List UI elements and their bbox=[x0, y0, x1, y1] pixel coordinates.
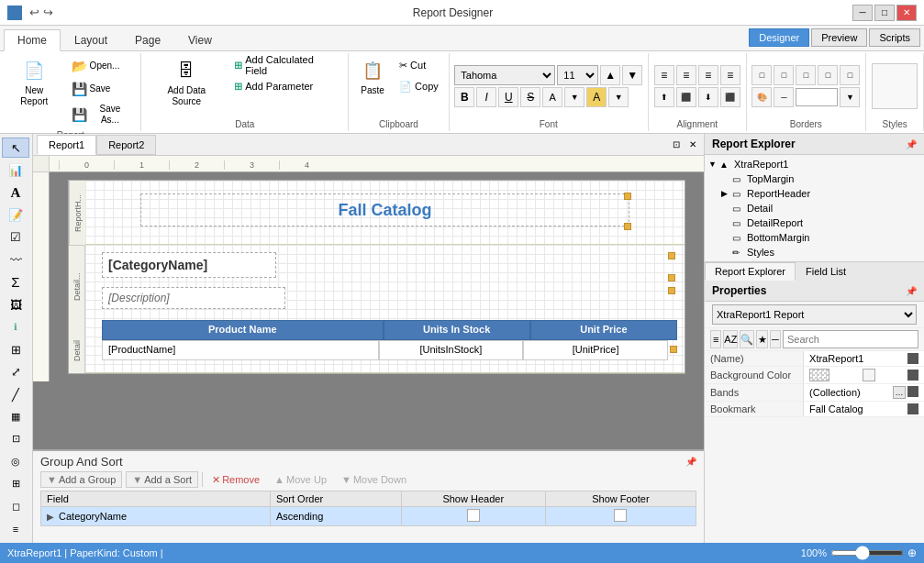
border-btn-2[interactable]: □ bbox=[774, 65, 794, 85]
increase-font-btn[interactable]: ▲ bbox=[600, 65, 620, 85]
prop-filter-btn[interactable]: 🔍 bbox=[740, 330, 754, 348]
border-style-btn[interactable]: ─ bbox=[774, 87, 794, 107]
align-center-btn[interactable]: ≡ bbox=[676, 65, 696, 85]
prop-fav-btn[interactable]: ★ bbox=[756, 330, 767, 348]
copy-button[interactable]: 📄 Copy bbox=[395, 76, 443, 96]
add-calculated-field-button[interactable]: ⊞ Add Calculated Field bbox=[229, 55, 342, 75]
mode-preview[interactable]: Preview bbox=[811, 28, 867, 47]
save-button[interactable]: 💾 Save bbox=[67, 78, 136, 100]
tree-styles[interactable]: ✏ Styles bbox=[705, 245, 924, 259]
tab-layout[interactable]: Layout bbox=[61, 28, 121, 50]
paste-button[interactable]: 📋 Paste bbox=[354, 55, 391, 99]
prop-dash-btn[interactable]: ─ bbox=[770, 330, 781, 348]
table-tool[interactable]: ⊞ bbox=[2, 339, 29, 359]
underline-btn[interactable]: U bbox=[498, 87, 518, 107]
border-btn-5[interactable]: □ bbox=[840, 65, 860, 85]
open-button[interactable]: 📂 Open... bbox=[67, 55, 136, 77]
bold-btn[interactable]: B bbox=[454, 87, 474, 107]
tree-topmargin[interactable]: ▭ TopMargin bbox=[705, 171, 924, 186]
tree-xtrareport1[interactable]: ▼ ▲ XtraReport1 bbox=[705, 157, 924, 171]
panel-tab-field-list[interactable]: Field List bbox=[796, 262, 856, 281]
doc-tab-report1[interactable]: Report1 bbox=[37, 135, 96, 155]
sum-tool[interactable]: Σ bbox=[2, 272, 29, 293]
description-field[interactable]: [Description] bbox=[102, 287, 285, 309]
show-header-checkbox[interactable] bbox=[467, 509, 480, 522]
doc-float-btn[interactable]: ⊡ bbox=[669, 138, 684, 152]
close-btn[interactable]: ✕ bbox=[896, 5, 917, 21]
xtrareport1-expander[interactable]: ▼ bbox=[708, 160, 719, 169]
line-tool[interactable]: ╱ bbox=[2, 384, 29, 404]
add-sort-btn[interactable]: ▼ Add a Sort bbox=[126, 471, 198, 488]
select-tool[interactable]: ↖ bbox=[2, 138, 29, 158]
group-table-row[interactable]: ▶ CategoryName Ascending bbox=[41, 507, 696, 526]
prop-az-btn[interactable]: AZ bbox=[723, 330, 738, 348]
sparkline-tool[interactable]: 〰 bbox=[2, 249, 29, 270]
zoom-fit-icon[interactable]: ⊕ bbox=[907, 546, 917, 559]
font-name-select[interactable]: Tahoma bbox=[454, 65, 555, 85]
italic-btn[interactable]: I bbox=[476, 87, 496, 107]
new-report-button[interactable]: 📄 New Report bbox=[6, 55, 63, 110]
text-tool[interactable]: A bbox=[2, 182, 29, 203]
prop-bgcolor-checkbox[interactable] bbox=[863, 369, 875, 381]
toc-tool[interactable]: ≡ bbox=[2, 518, 29, 538]
undo-btn[interactable]: ↩ bbox=[29, 6, 39, 19]
cut-button[interactable]: ✂ Cut bbox=[395, 55, 443, 75]
tree-detailreport[interactable]: ▭ DetailReport bbox=[705, 215, 924, 230]
shape-tool[interactable]: ◻ bbox=[2, 496, 29, 516]
align-bottom-btn[interactable]: ⬇ bbox=[698, 87, 718, 107]
align-justify-btn[interactable]: ≡ bbox=[720, 65, 740, 85]
align-extra-btn[interactable]: ⬛ bbox=[720, 87, 740, 107]
prop-search-input[interactable] bbox=[783, 330, 918, 348]
border-width-btn[interactable]: ▼ bbox=[840, 87, 860, 107]
font-color-btn[interactable]: A bbox=[542, 87, 562, 107]
highlight-btn[interactable]: ▼ bbox=[564, 87, 584, 107]
doc-tab-report2[interactable]: Report2 bbox=[96, 135, 156, 155]
add-parameter-button[interactable]: ⊞ Add Parameter bbox=[229, 76, 342, 96]
chart-tool[interactable]: 📊 bbox=[2, 160, 29, 180]
checkbox-tool[interactable]: ☑ bbox=[2, 227, 29, 248]
show-footer-checkbox[interactable] bbox=[614, 509, 627, 522]
report-explorer-pin[interactable]: 📌 bbox=[906, 139, 917, 149]
border-btn-4[interactable]: □ bbox=[818, 65, 838, 85]
border-btn-3[interactable]: □ bbox=[796, 65, 816, 85]
minimize-btn[interactable]: ─ bbox=[852, 5, 873, 21]
align-left-btn[interactable]: ≡ bbox=[654, 65, 674, 85]
category-name-field[interactable]: [CategoryName] bbox=[102, 252, 276, 278]
tab-view[interactable]: View bbox=[174, 28, 226, 50]
properties-pin[interactable]: 📌 bbox=[906, 286, 917, 296]
decrease-font-btn[interactable]: ▼ bbox=[622, 65, 642, 85]
tab-page[interactable]: Page bbox=[121, 28, 174, 50]
pivot-tool[interactable]: ⊡ bbox=[2, 429, 29, 449]
align-right-btn[interactable]: ≡ bbox=[698, 65, 718, 85]
prop-cat-btn[interactable]: ≡ bbox=[710, 330, 721, 348]
group-sort-pin[interactable]: 📌 bbox=[685, 457, 696, 467]
crossband-tool[interactable]: ⤢ bbox=[2, 361, 29, 381]
move-down-btn[interactable]: ▼ Move Down bbox=[336, 472, 412, 487]
prop-selector-select[interactable]: XtraReport1 Report bbox=[712, 304, 917, 325]
mode-scripts[interactable]: Scripts bbox=[869, 28, 920, 47]
tree-bottommargin[interactable]: ▭ BottomMargin bbox=[705, 230, 924, 245]
report-header-content[interactable]: Fall Catalog bbox=[85, 181, 685, 245]
doc-close-btn[interactable]: ✕ bbox=[685, 138, 700, 152]
remove-btn[interactable]: ✕ Remove bbox=[206, 472, 265, 488]
redo-btn[interactable]: ↪ bbox=[43, 6, 53, 19]
font-size-select[interactable]: 11 bbox=[557, 65, 598, 85]
gauge-tool[interactable]: ◎ bbox=[2, 451, 29, 471]
save-as-button[interactable]: 💾 Save As... bbox=[67, 101, 136, 128]
reportheader-expander[interactable]: ▶ bbox=[721, 189, 732, 198]
add-data-source-button[interactable]: 🗄 Add Data Source bbox=[147, 55, 226, 110]
strikethrough-btn[interactable]: S bbox=[520, 87, 540, 107]
mode-designer[interactable]: Designer bbox=[749, 28, 809, 47]
subreport-tool[interactable]: ⊞ bbox=[2, 474, 29, 494]
barcode-tool[interactable]: ▦ bbox=[2, 406, 29, 426]
border-btn-1[interactable]: □ bbox=[751, 65, 772, 85]
add-group-btn[interactable]: ▼ Add a Group bbox=[40, 471, 122, 488]
canvas-scroll-area[interactable]: 0 1 2 3 4 bbox=[33, 156, 704, 449]
prop-bands-ellipsis[interactable]: … bbox=[893, 386, 906, 399]
tree-reportheader[interactable]: ▶ ▭ ReportHeader bbox=[705, 186, 924, 201]
border-color-btn[interactable]: 🎨 bbox=[751, 87, 772, 107]
zoom-slider[interactable] bbox=[830, 550, 904, 556]
move-up-btn[interactable]: ▲ Move Up bbox=[269, 472, 332, 487]
align-top-btn[interactable]: ⬆ bbox=[654, 87, 674, 107]
font-bg-btn[interactable]: A bbox=[586, 87, 607, 107]
